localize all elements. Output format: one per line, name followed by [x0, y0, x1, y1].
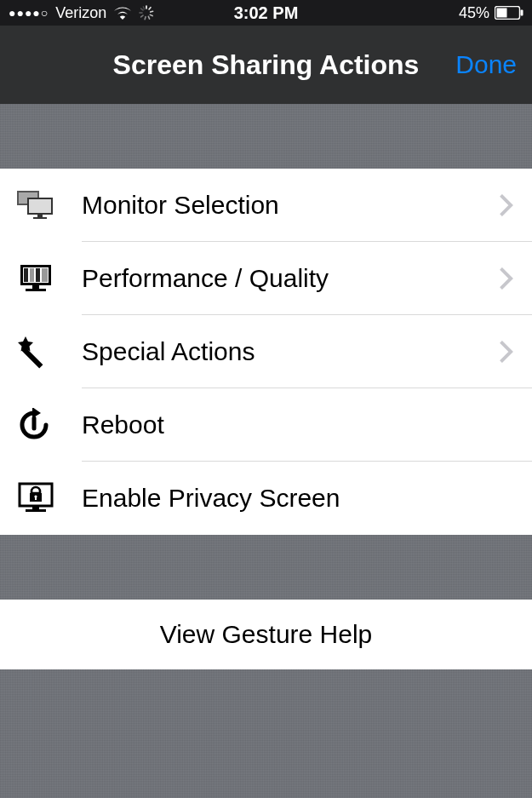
done-button[interactable]: Done — [455, 50, 517, 79]
status-bar: ●●●●○ Verizon 3:02 PM — [0, 0, 532, 26]
svg-line-4 — [149, 16, 150, 19]
battery-icon — [495, 6, 523, 20]
page-title: Screen Sharing Actions — [113, 49, 420, 81]
svg-line-6 — [141, 15, 143, 17]
signal-dots-icon: ●●●●○ — [9, 6, 49, 20]
svg-rect-28 — [21, 347, 43, 368]
svg-rect-36 — [35, 497, 37, 500]
svg-rect-22 — [30, 268, 34, 282]
spinner-icon — [139, 5, 154, 20]
row-label: Special Actions — [82, 337, 500, 366]
status-time: 3:02 PM — [234, 3, 299, 23]
svg-line-9 — [144, 7, 145, 9]
chevron-right-icon — [500, 267, 513, 290]
svg-rect-23 — [36, 268, 40, 282]
row-reboot[interactable]: Reboot — [0, 388, 532, 462]
svg-line-2 — [151, 11, 153, 12]
view-gesture-help-button[interactable]: View Gesture Help — [0, 600, 532, 669]
svg-rect-25 — [32, 285, 39, 289]
row-enable-privacy-screen[interactable]: Enable Privacy Screen — [0, 462, 532, 535]
svg-rect-18 — [33, 217, 47, 219]
svg-line-5 — [146, 17, 146, 20]
svg-rect-17 — [37, 215, 43, 217]
svg-rect-26 — [26, 289, 46, 291]
background-linen — [0, 104, 532, 169]
row-performance-quality[interactable]: Performance / Quality — [0, 242, 532, 315]
magic-wand-icon — [17, 335, 66, 369]
svg-rect-16 — [29, 199, 51, 213]
svg-rect-33 — [26, 509, 46, 512]
svg-rect-24 — [42, 268, 48, 282]
chevron-right-icon — [500, 194, 513, 216]
svg-rect-11 — [497, 9, 507, 18]
chevron-right-icon — [500, 341, 513, 363]
performance-icon — [17, 263, 66, 294]
row-label: Monitor Selection — [82, 191, 500, 220]
background-linen — [0, 535, 532, 600]
status-right: 45% — [459, 4, 523, 22]
monitor-selection-icon — [17, 191, 66, 220]
row-special-actions[interactable]: Special Actions — [0, 315, 532, 388]
battery-pct: 45% — [459, 4, 489, 22]
wifi-icon — [113, 6, 132, 20]
row-monitor-selection[interactable]: Monitor Selection — [0, 169, 532, 242]
svg-line-1 — [149, 8, 151, 9]
background-linen — [0, 669, 532, 798]
svg-rect-12 — [521, 10, 523, 16]
carrier-label: Verizon — [55, 4, 106, 22]
navbar: Screen Sharing Actions Done — [0, 26, 532, 104]
reboot-icon — [17, 408, 66, 442]
privacy-screen-icon — [17, 482, 66, 514]
row-label: Performance / Quality — [82, 264, 500, 293]
svg-line-3 — [151, 14, 153, 15]
status-left: ●●●●○ Verizon — [9, 4, 154, 22]
row-label: Reboot — [82, 410, 532, 439]
svg-rect-32 — [32, 506, 39, 509]
row-label: Enable Privacy Screen — [82, 484, 532, 513]
svg-line-8 — [141, 9, 143, 10]
gesture-help-label: View Gesture Help — [160, 620, 373, 649]
svg-rect-21 — [24, 268, 28, 282]
actions-list: Monitor Selection Performance / Quality — [0, 169, 532, 535]
